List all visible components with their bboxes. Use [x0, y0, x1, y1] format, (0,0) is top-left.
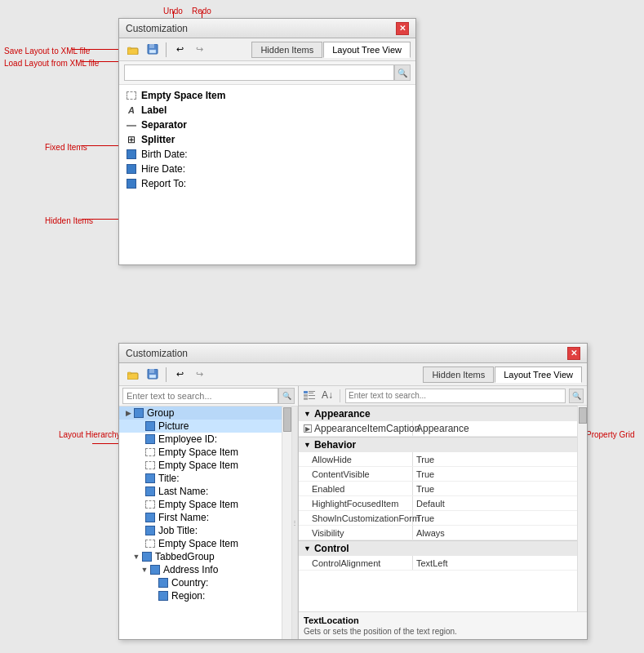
tree-item-empty2[interactable]: Empty Space Item: [119, 459, 282, 472]
list-item-empty-space-1[interactable]: Empty Space Item: [119, 88, 415, 103]
undo-button-2[interactable]: ↩: [171, 366, 189, 384]
redo-button-2[interactable]: ↪: [190, 366, 208, 384]
prop-section-collapse-behavior[interactable]: ▼: [304, 441, 311, 449]
save-button-2[interactable]: [144, 366, 162, 384]
prop-section-label-behavior: Behavior: [314, 439, 356, 451]
search-icon-btn-2[interactable]: 🔍: [278, 388, 295, 404]
tab-layout-tree-2[interactable]: Layout Tree View: [495, 366, 582, 383]
tree-item-picture[interactable]: Picture: [119, 420, 282, 433]
prop-section-label-control: Control: [314, 543, 349, 554]
search-input-2[interactable]: [122, 388, 278, 404]
prop-categorize-btn[interactable]: [302, 389, 317, 403]
prop-row-highlightfocused: HighlightFocusedItem Default: [299, 496, 577, 511]
prop-toolbar: A↓ 🔍: [299, 386, 587, 406]
prop-row-showincust: ShowInCustomizationForm True: [299, 511, 577, 526]
toolbar-sep-2: [166, 367, 167, 382]
birth-date-icon: [126, 149, 137, 160]
tree-item-empty3[interactable]: Empty Space Item: [119, 498, 282, 511]
tree-toggle-group[interactable]: ▶: [122, 407, 134, 419]
list-item-hire-date[interactable]: Hire Date:: [119, 162, 415, 176]
prop-value-controlalign[interactable]: TextLeft: [413, 556, 577, 570]
prop-sort-btn[interactable]: A↓: [320, 389, 335, 403]
list-item-separator-1[interactable]: Separator: [119, 118, 415, 132]
prop-scrollbar[interactable]: [577, 406, 587, 611]
tree-item-empty4[interactable]: Empty Space Item: [119, 537, 282, 550]
open-button-1[interactable]: [124, 41, 142, 59]
list-item-label-1[interactable]: A Label: [119, 103, 415, 118]
tree-toggle-addr[interactable]: ▼: [139, 564, 150, 575]
tree-label-title: Title:: [158, 473, 180, 484]
tree-splitter-handle[interactable]: ⋮: [291, 406, 298, 639]
close-button-2[interactable]: ✕: [567, 347, 580, 360]
layout-hierarchy-annotation: Layout Hierarchy: [59, 430, 121, 439]
tree-label-region: Region:: [171, 590, 205, 602]
list-item-splitter-1[interactable]: ⊞ Splitter: [119, 132, 415, 147]
tree-toggle-tabbed[interactable]: ▼: [131, 551, 142, 562]
open-button-2[interactable]: [124, 366, 142, 384]
tab-hidden-items-2[interactable]: Hidden Items: [423, 366, 494, 383]
prop-section-collapse-control[interactable]: ▼: [304, 544, 311, 553]
tree-item-addressinfo[interactable]: ▼ Address Info: [119, 563, 282, 576]
window-title-2: Customization: [126, 348, 188, 359]
prop-value-contentvisible[interactable]: True: [413, 467, 577, 481]
prop-name-allowhide: AllowHide: [299, 452, 413, 466]
svg-rect-2: [149, 44, 154, 48]
close-button-1[interactable]: ✕: [396, 22, 409, 35]
tree-item-country[interactable]: Country:: [119, 576, 282, 589]
separator-icon-1: [126, 119, 137, 131]
tree-item-firstname[interactable]: First Name:: [119, 511, 282, 524]
tree-item-title[interactable]: Title:: [119, 472, 282, 485]
prop-toolbar-sep: [340, 389, 340, 402]
prop-scrollbar-thumb[interactable]: [579, 407, 587, 424]
svg-rect-7: [149, 375, 156, 378]
tab-layout-tree-1[interactable]: Layout Tree View: [323, 42, 411, 58]
tree-item-jobtitle[interactable]: Job Title:: [119, 524, 282, 537]
tree-label-firstname: First Name:: [158, 512, 209, 523]
list-item-birth-date[interactable]: Birth Date:: [119, 147, 415, 162]
prop-section-appearance[interactable]: ▼ Appearance: [299, 406, 577, 421]
tree-item-lastname[interactable]: Last Name:: [119, 485, 282, 498]
search-input-1[interactable]: [124, 64, 394, 81]
tree-scrollbar-thumb[interactable]: [283, 407, 291, 432]
tree-toggle-picture: [134, 420, 145, 432]
prop-value-enabled[interactable]: True: [413, 482, 577, 495]
fixed-items-line: [82, 145, 121, 146]
tree-item-employee-id[interactable]: Employee ID:: [119, 433, 282, 446]
prop-value-showincust[interactable]: True: [413, 511, 577, 525]
prop-search-icon-btn[interactable]: 🔍: [569, 389, 584, 403]
left-panel: 🔍 ▶ Group Picture: [119, 386, 299, 639]
tree-label-empty1: Empty Space Item: [158, 446, 238, 458]
prop-expand-appearance[interactable]: ▶: [304, 424, 312, 433]
svg-rect-11: [304, 394, 308, 397]
prop-value-allowhide[interactable]: True: [413, 452, 577, 466]
prop-footer: TextLocation Gets or sets the position o…: [299, 611, 587, 639]
item-text-2: Label: [141, 104, 167, 116]
prop-section-control[interactable]: ▼ Control: [299, 540, 577, 556]
tree-item-empty1[interactable]: Empty Space Item: [119, 446, 282, 459]
tab-hidden-items-1[interactable]: Hidden Items: [251, 42, 322, 58]
tree-item-region[interactable]: Region:: [119, 589, 282, 602]
right-panel: A↓ 🔍 ▼ Appearance ▶ A: [299, 386, 587, 639]
prop-section-collapse-appearance[interactable]: ▼: [304, 410, 311, 418]
undo-button-1[interactable]: ↩: [171, 41, 189, 59]
tree-item-tabbedgroup[interactable]: ▼ TabbedGroup: [119, 550, 282, 563]
svg-rect-6: [149, 369, 154, 373]
tree-scrollbar[interactable]: [282, 406, 291, 639]
list-item-report-to[interactable]: Report To:: [119, 176, 415, 191]
tree-item-group[interactable]: ▶ Group: [119, 406, 282, 420]
customization-window-2: Customization ✕ ↩ ↪ Hidden Items Layout …: [118, 343, 588, 640]
property-grid-annotation: Property Grid: [586, 430, 634, 439]
prop-row-visibility: Visibility Always: [299, 526, 577, 540]
prop-value-visibility[interactable]: Always: [413, 526, 577, 540]
tree-label-lastname: Last Name:: [158, 486, 208, 497]
svg-text:A↓: A↓: [322, 391, 333, 401]
prop-name-appearance-caption: ▶ AppearanceItemCaption: [299, 421, 413, 436]
prop-row-allowhide: AllowHide True: [299, 452, 577, 467]
search-icon-btn-1[interactable]: 🔍: [394, 64, 411, 81]
prop-section-behavior[interactable]: ▼ Behavior: [299, 437, 577, 452]
redo-button-1[interactable]: ↪: [190, 41, 208, 59]
toolbar-2: ↩ ↪ Hidden Items Layout Tree View: [119, 363, 587, 386]
save-button-1[interactable]: [144, 41, 162, 59]
prop-value-highlightfocused[interactable]: Default: [413, 496, 577, 510]
prop-search-input[interactable]: [345, 389, 566, 403]
